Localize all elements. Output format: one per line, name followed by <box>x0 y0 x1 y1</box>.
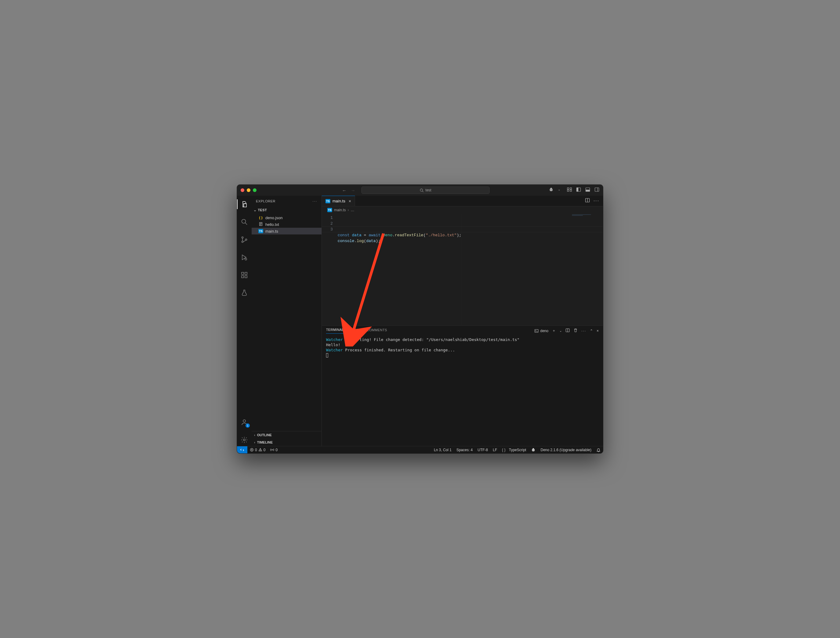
close-panel-icon[interactable]: × <box>597 329 599 333</box>
remote-indicator[interactable] <box>237 446 247 453</box>
svg-rect-7 <box>577 188 578 192</box>
file-name: deno.json <box>265 215 283 220</box>
terminal-output[interactable]: Watcher Restarting! File change detected… <box>322 336 603 446</box>
explorer-sidebar: EXPLORER ··· ⌄ TEST { }deno.jsonhello.tx… <box>252 196 322 446</box>
file-tree-item[interactable]: hello.txt <box>252 221 322 228</box>
status-cursor-position[interactable]: Ln 3, Col 1 <box>431 448 454 452</box>
svg-rect-21 <box>245 272 247 274</box>
svg-rect-18 <box>242 272 244 274</box>
svg-point-16 <box>246 239 247 241</box>
svg-point-37 <box>260 450 261 451</box>
svg-rect-10 <box>595 188 599 192</box>
svg-point-0 <box>420 188 422 191</box>
panel-tab-bar: TERMINAL PORTS COMMENTS deno ＋ ⌄ <box>322 326 603 336</box>
editor-tab-bar: TS main.ts × ··· <box>322 196 603 206</box>
activity-settings[interactable] <box>237 434 252 446</box>
folder-name: TEST <box>258 208 267 212</box>
status-indentation[interactable]: Spaces: 4 <box>454 448 475 452</box>
nav-back-icon[interactable]: ← <box>342 188 346 193</box>
minimize-window-button[interactable] <box>247 188 250 192</box>
folder-header[interactable]: ⌄ TEST <box>252 206 322 214</box>
status-copilot-icon[interactable] <box>529 448 538 452</box>
vscode-window: ← → test ⌄ <box>237 185 603 453</box>
breadcrumb-file: main.ts <box>334 208 346 212</box>
explorer-title: EXPLORER <box>256 199 275 203</box>
title-bar: ← → test ⌄ <box>237 185 603 196</box>
panel-more-icon[interactable]: ··· <box>581 329 586 333</box>
command-center-search[interactable]: test <box>362 187 489 194</box>
close-window-button[interactable] <box>241 188 244 192</box>
split-editor-icon[interactable] <box>585 198 590 204</box>
status-bar: 0 0 0 Ln 3, Col 1 Spaces: 4 UTF-8 LF { }… <box>237 446 603 453</box>
timeline-label: TIMELINE <box>257 440 273 444</box>
activity-bar: 1 <box>237 196 252 446</box>
current-line-highlight <box>322 226 603 232</box>
kill-terminal-icon[interactable] <box>573 328 578 333</box>
terminal-selector[interactable]: deno <box>534 329 548 333</box>
panel-tab-comments[interactable]: COMMENTS <box>366 328 387 334</box>
svg-point-22 <box>243 420 246 422</box>
close-tab-icon[interactable]: × <box>349 199 351 204</box>
chevron-right-icon: › <box>254 433 255 437</box>
activity-source-control[interactable] <box>237 234 252 246</box>
status-encoding[interactable]: UTF-8 <box>475 448 491 452</box>
warnings-count: 0 <box>264 448 266 452</box>
code-editor[interactable]: 123 const data = await Deno.readTextFile… <box>322 214 603 325</box>
search-icon <box>420 188 424 192</box>
status-deno-version[interactable]: Deno 2.1.6 (Upgrade available) <box>538 448 594 452</box>
status-language[interactable]: { } TypeScript <box>500 448 529 452</box>
errors-count: 0 <box>255 448 257 452</box>
toggle-secondary-sidebar-icon[interactable] <box>594 187 599 193</box>
activity-testing[interactable] <box>237 287 252 299</box>
activity-run-debug[interactable] <box>237 251 252 263</box>
terminal-name: deno <box>540 329 548 333</box>
svg-point-17 <box>245 258 247 260</box>
svg-rect-5 <box>570 190 572 192</box>
activity-extensions[interactable] <box>237 269 252 281</box>
typescript-file-icon: TS <box>325 199 330 203</box>
split-terminal-icon[interactable] <box>565 328 570 333</box>
timeline-section[interactable]: › TIMELINE <box>252 439 322 446</box>
svg-rect-19 <box>242 275 244 278</box>
fullscreen-window-button[interactable] <box>253 188 256 192</box>
activity-search[interactable] <box>237 216 252 228</box>
bottom-panel: TERMINAL PORTS COMMENTS deno ＋ ⌄ <box>322 325 603 446</box>
breadcrumb[interactable]: TS main.ts › … <box>322 206 603 214</box>
editor-group: TS main.ts × ··· TS main.ts › … 123 <box>322 196 603 446</box>
chevron-down-icon: ⌄ <box>253 208 256 212</box>
code-area[interactable]: const data = await Deno.readTextFile("./… <box>338 214 461 325</box>
status-ports[interactable]: 0 <box>268 448 280 452</box>
toggle-panel-icon[interactable] <box>585 187 590 193</box>
minimap[interactable] <box>572 214 599 218</box>
svg-point-12 <box>242 220 246 223</box>
json-file-icon: { } <box>259 216 263 220</box>
new-terminal-icon[interactable]: ＋ <box>552 328 556 333</box>
svg-rect-30 <box>535 329 538 332</box>
tab-more-icon[interactable]: ··· <box>594 198 599 204</box>
file-name: main.ts <box>265 229 278 234</box>
typescript-file-icon: TS <box>327 208 332 212</box>
copilot-chevron-icon[interactable]: ⌄ <box>558 188 563 193</box>
panel-tab-ports[interactable]: PORTS <box>349 328 361 334</box>
status-notifications-icon[interactable] <box>594 448 603 452</box>
copilot-icon[interactable] <box>549 187 554 193</box>
terminal-dropdown-icon[interactable]: ⌄ <box>559 329 562 332</box>
file-tree-item[interactable]: { }deno.json <box>252 214 322 221</box>
maximize-panel-icon[interactable]: ⌃ <box>590 329 593 333</box>
file-tree-item[interactable]: TSmain.ts <box>252 228 322 234</box>
nav-forward-icon[interactable]: → <box>351 188 355 193</box>
toggle-primary-sidebar-icon[interactable] <box>576 187 581 193</box>
layout-customize-icon[interactable] <box>567 187 572 193</box>
outline-section[interactable]: › OUTLINE <box>252 431 322 439</box>
status-problems[interactable]: 0 0 <box>247 448 268 452</box>
panel-tab-terminal[interactable]: TERMINAL <box>326 328 344 334</box>
text-file-icon <box>259 222 263 227</box>
editor-tab-main-ts[interactable]: TS main.ts × <box>322 196 355 206</box>
explorer-more-icon[interactable]: ··· <box>313 199 317 203</box>
activity-explorer[interactable] <box>237 198 252 211</box>
status-eol[interactable]: LF <box>491 448 500 452</box>
activity-accounts[interactable]: 1 <box>237 416 252 428</box>
file-name: hello.txt <box>265 222 279 227</box>
search-placeholder: test <box>425 188 431 192</box>
ports-count: 0 <box>275 448 278 452</box>
